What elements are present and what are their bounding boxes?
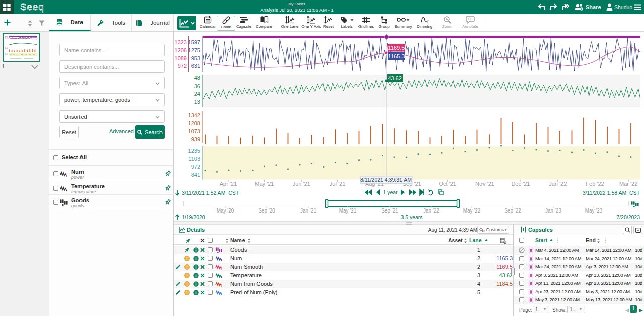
svg-text:Dec '21: Dec '21 [511, 181, 530, 187]
svg-text:1235: 1235 [188, 148, 200, 154]
svg-text:13: 13 [194, 99, 200, 105]
svg-text:1275: 1275 [188, 47, 200, 53]
svg-text:Sep '20: Sep '20 [258, 208, 275, 214]
svg-text:May '21: May '21 [255, 181, 274, 187]
svg-text:972: 972 [191, 164, 200, 170]
svg-text:36: 36 [194, 83, 200, 89]
svg-text:953: 953 [191, 55, 200, 61]
svg-text:8/11/2021 4:39:31 AM: 8/11/2021 4:39:31 AM [360, 177, 412, 183]
svg-text:631: 631 [191, 63, 200, 69]
svg-text:3/11/2022 1:58 AM CST: 3/11/2022 1:58 AM CST [583, 190, 640, 196]
svg-text:3/11/2021 1:52 AM CST: 3/11/2021 1:52 AM CST [182, 190, 239, 196]
svg-text:Feb '22: Feb '22 [586, 181, 604, 187]
svg-text:May '22: May '22 [463, 208, 481, 214]
svg-text:1597: 1597 [188, 39, 200, 45]
svg-text:Apr '21: Apr '21 [220, 181, 237, 187]
svg-text:Jan '21: Jan '21 [300, 208, 316, 214]
svg-text:Nov '21: Nov '21 [475, 181, 494, 187]
svg-text:24: 24 [194, 91, 200, 97]
svg-text:1073: 1073 [188, 128, 200, 134]
svg-text:Sep '22: Sep '22 [504, 208, 521, 214]
svg-text:1323: 1323 [175, 39, 187, 45]
svg-text:972: 972 [178, 63, 187, 69]
svg-text:May '23: May '23 [585, 208, 603, 214]
svg-text:1208: 1208 [188, 120, 200, 126]
svg-text:3.5 years: 3.5 years [400, 214, 422, 220]
svg-text:Jan '22: Jan '22 [423, 208, 439, 214]
svg-text:May '20: May '20 [217, 208, 234, 214]
svg-text:Jul '21: Jul '21 [330, 181, 345, 187]
svg-text:1169.5: 1169.5 [388, 45, 405, 51]
svg-text:7/20/2023: 7/20/2023 [616, 214, 640, 220]
svg-text:May '21: May '21 [339, 208, 357, 214]
svg-text:1342: 1342 [188, 112, 200, 118]
svg-text:939: 939 [191, 136, 200, 142]
svg-text:Jan '23: Jan '23 [545, 208, 561, 214]
svg-text:1/19/2020: 1/19/2020 [182, 214, 205, 220]
svg-text:Jun '21: Jun '21 [293, 181, 310, 187]
svg-text:1 year: 1 year [383, 189, 398, 195]
svg-text:1206: 1206 [175, 47, 187, 53]
svg-text:43.62: 43.62 [388, 75, 402, 81]
svg-text:Mar '22: Mar '22 [619, 181, 637, 187]
svg-text:1165.3: 1165.3 [388, 53, 405, 59]
svg-text:Jan '22: Jan '22 [549, 181, 567, 187]
svg-text:1103: 1103 [188, 156, 200, 162]
svg-text:Sep '21: Sep '21 [381, 208, 398, 214]
svg-text:Oct '21: Oct '21 [439, 181, 456, 187]
svg-text:48: 48 [194, 75, 200, 81]
svg-text:1089: 1089 [175, 55, 187, 61]
svg-text:841: 841 [191, 172, 200, 178]
